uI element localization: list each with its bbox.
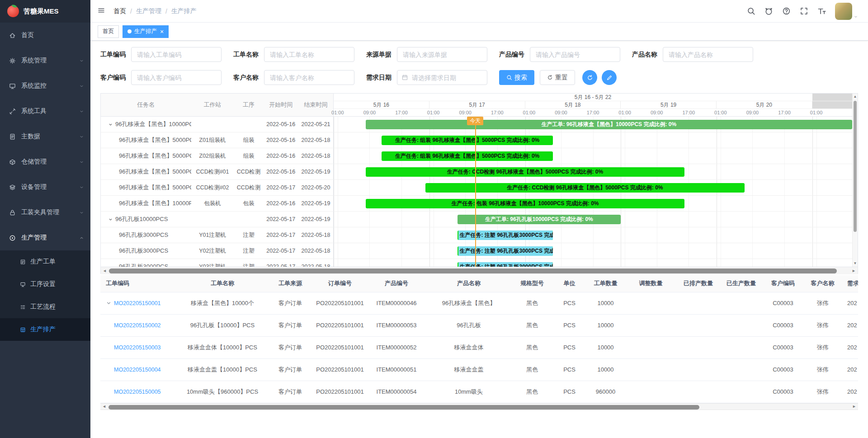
gantt-task-row[interactable]: 96孔移液盒【黑色】10000PCS2022-05-162022-05-21 xyxy=(101,117,333,132)
gantt-task-row[interactable]: 96孔移液盒【黑色】5000PCSCCD检测#02CCD检测2022-05-17… xyxy=(101,180,333,196)
sidebar-subitem-work-order[interactable]: 生产工单 xyxy=(0,250,90,273)
app-logo[interactable]: 苦糖果MES xyxy=(0,0,90,23)
gantt-bar[interactable]: 生产任务: CCD检测 96孔移液盒【黑色】5000PCS 完成比例: 0% xyxy=(366,167,685,177)
gantt-bar[interactable]: 生产任务: 注塑 96孔孔板3000PCS 完成比例: 0% xyxy=(458,231,553,240)
fullscreen-icon xyxy=(800,7,808,15)
sidebar-item-master-data[interactable]: 主数据 xyxy=(0,124,90,149)
sidebar-item-home[interactable]: 首页 xyxy=(0,23,90,48)
expand-row-icon[interactable] xyxy=(106,300,112,306)
refresh-gantt-button[interactable] xyxy=(582,70,597,85)
gantt-task-row[interactable]: 96孔孔板10000PCS2022-05-172022-05-19 xyxy=(101,212,333,227)
gantt-vertical-scrollbar[interactable]: ▲ ▼ xyxy=(852,94,858,267)
gantt-bar[interactable]: 生产任务: 注塑 96孔孔板3000PCS 完成比例: 0% xyxy=(458,246,553,256)
gantt-task-row[interactable]: 96孔孔板3000PCSY02注塑机注塑2022-05-172022-05-18 xyxy=(101,243,333,259)
horizontal-scroll-thumb[interactable] xyxy=(108,405,699,410)
customer-code-input[interactable] xyxy=(131,70,222,85)
gantt-bar[interactable]: 生产任务: 组装 96孔移液盒【黑色】5000PCS 完成比例: 0% xyxy=(382,151,553,161)
work-order-link[interactable]: MO202205150004 xyxy=(114,367,161,373)
cell-order-qty: 960000 xyxy=(586,381,625,403)
product-code-input[interactable] xyxy=(530,47,620,62)
work-order-link[interactable]: MO202205150001 xyxy=(114,300,161,306)
scroll-right-icon[interactable]: ► xyxy=(850,403,858,410)
gantt-bar[interactable]: 生产工单: 96孔移液盒【黑色】10000PCS 完成比例: 0% xyxy=(366,120,852,129)
breadcrumb-item[interactable]: 首页 xyxy=(113,7,126,15)
gantt-task-row[interactable]: 96孔移液盒【黑色】10000PCS包装机包装2022-05-162022-05… xyxy=(101,196,333,212)
task-name: 96孔孔板10000PCS xyxy=(115,215,168,223)
gantt-bar[interactable]: 生产任务: 包装 96孔移液盒【黑色】10000PCS 完成比例: 0% xyxy=(366,199,685,208)
cell-customer-code: C00003 xyxy=(763,358,803,381)
sidebar-item-production[interactable]: 生产管理 xyxy=(0,225,90,250)
task-start: 2022-05-17 xyxy=(263,264,298,267)
sidebar-item-equipment[interactable]: 设备管理 xyxy=(0,174,90,200)
task-process: 注塑 xyxy=(234,247,263,255)
collapse-icon[interactable] xyxy=(108,217,113,222)
source-doc-input[interactable] xyxy=(397,47,487,62)
task-start: 2022-05-17 xyxy=(263,216,298,222)
cell-order-qty: 10000 xyxy=(586,358,625,381)
demand-date-input[interactable] xyxy=(397,70,487,85)
work-order-link[interactable]: MO202205150003 xyxy=(114,344,161,351)
user-menu[interactable] xyxy=(835,3,858,20)
github-button[interactable] xyxy=(764,7,773,15)
gantt-chart: 5月 16 - 5月 22 5月 165月 175月 185月 195月 20 … xyxy=(334,94,858,267)
scroll-left-icon[interactable]: ◄ xyxy=(101,267,108,274)
help-button[interactable] xyxy=(782,7,791,15)
task-name: 96孔移液盒【黑色】5000PCS xyxy=(119,168,191,176)
filter-label: 客户编码 xyxy=(100,74,126,82)
product-name-input[interactable] xyxy=(663,47,753,62)
gantt-bar[interactable]: 生产任务: 组装 96孔移液盒【黑色】5000PCS 完成比例: 0% xyxy=(382,136,553,145)
filter-label: 来源单据 xyxy=(366,51,392,59)
task-station: Z02组装机 xyxy=(191,152,234,160)
sidebar-item-fixture[interactable]: 工装夹具管理 xyxy=(0,200,90,225)
scroll-up-icon[interactable]: ▲ xyxy=(853,94,858,99)
fullscreen-button[interactable] xyxy=(800,7,808,15)
gantt-bar[interactable]: 生产任务: 注塑 96孔孔板3000PCS 完成比例: 0% xyxy=(458,262,553,267)
cell-product-code: ITEM00000054 xyxy=(367,381,426,403)
sidebar-subitem-production-scheduling[interactable]: 生产排产 xyxy=(0,318,90,341)
order-name-input[interactable] xyxy=(264,47,354,62)
close-tab-icon[interactable]: × xyxy=(160,28,164,35)
collapse-icon[interactable] xyxy=(108,122,113,127)
gantt-task-row[interactable]: 96孔移液盒【黑色】5000PCSZ02组装机组装2022-05-162022-… xyxy=(101,148,333,164)
search-button[interactable] xyxy=(747,7,755,15)
tab-home[interactable]: 首页 xyxy=(98,25,119,38)
work-order-link[interactable]: MO202205150002 xyxy=(114,322,161,329)
scroll-down-icon[interactable]: ▼ xyxy=(853,261,858,266)
customer-name-input[interactable] xyxy=(264,70,354,85)
gantt-horizontal-scrollbar[interactable]: ◄ ► xyxy=(101,267,858,274)
gantt-bar[interactable]: 生产任务: CCD检测 96孔移液盒【黑色】5000PCS 完成比例: 0% xyxy=(425,183,745,193)
reset-button[interactable]: 重置 xyxy=(540,70,575,85)
edit-schedule-button[interactable] xyxy=(602,70,617,85)
sidebar-item-system-monitor[interactable]: 系统监控 xyxy=(0,73,90,99)
search-button[interactable]: 搜索 xyxy=(499,70,534,85)
order-code-input[interactable] xyxy=(131,47,222,62)
font-size-button[interactable] xyxy=(817,7,826,15)
today-marker-line xyxy=(475,117,476,267)
vertical-scroll-thumb[interactable] xyxy=(854,101,857,232)
cell-order-qty: 10000 xyxy=(586,336,625,358)
sidebar-item-system-tools[interactable]: 系统工具 xyxy=(0,99,90,124)
work-order-link[interactable]: MO202205150005 xyxy=(114,389,161,395)
tab-production-scheduling[interactable]: 生产排产× xyxy=(123,25,169,38)
sidebar-toggle-icon[interactable] xyxy=(98,7,106,15)
sidebar-subitem-process-settings[interactable]: 工序设置 xyxy=(0,273,90,296)
cell-customer-name: 张伟 xyxy=(803,358,842,381)
horizontal-scroll-thumb[interactable] xyxy=(109,268,837,273)
scroll-right-icon[interactable]: ► xyxy=(850,267,858,274)
chevron-down-icon xyxy=(79,109,84,114)
filter-label: 工单编码 xyxy=(100,51,126,59)
sidebar-subitem-process-flow[interactable]: 工艺流程 xyxy=(0,296,90,318)
bar-label-highlight: 生产任务: 注塑 96孔孔板3000PCS 完成比例: 0% xyxy=(458,262,553,267)
gantt-task-row[interactable]: 96孔移液盒【黑色】5000PCSZ01组装机组装2022-05-162022-… xyxy=(101,132,333,148)
gantt-bar[interactable]: 生产工单: 96孔孔板10000PCS 完成比例: 0% xyxy=(458,215,621,224)
table-horizontal-scrollbar[interactable]: ◄ ► xyxy=(100,403,858,410)
task-end: 2022-05-18 xyxy=(298,137,333,143)
table-header-scheduled-qty: 已排产数量 xyxy=(677,275,720,292)
scroll-left-icon[interactable]: ◄ xyxy=(100,403,108,410)
task-end: 2022-05-19 xyxy=(298,169,333,175)
gantt-task-row[interactable]: 96孔移液盒【黑色】5000PCSCCD检测#01CCD检测2022-05-16… xyxy=(101,164,333,180)
sidebar-item-warehouse[interactable]: 仓储管理 xyxy=(0,149,90,174)
sidebar-item-system-admin[interactable]: 系统管理 xyxy=(0,48,90,73)
gantt-task-row[interactable]: 96孔孔板3000PCSY01注塑机注塑2022-05-172022-05-18 xyxy=(101,227,333,243)
gantt-task-row[interactable]: 96孔孔板3000PCSY03注塑机注塑2022-05-172022-05-18 xyxy=(101,259,333,267)
